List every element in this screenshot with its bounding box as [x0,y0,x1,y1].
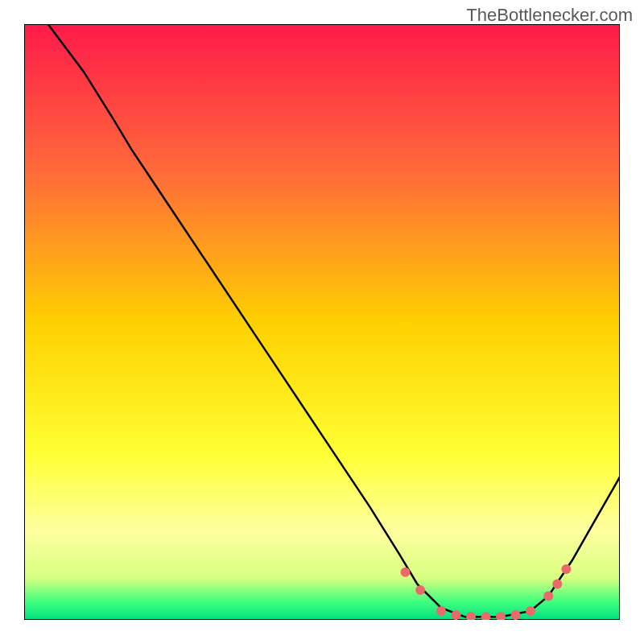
chart-area [24,24,620,620]
data-marker [561,564,571,574]
data-marker [526,606,535,616]
data-marker [511,610,521,620]
chart-svg [24,24,620,620]
watermark-text: TheBottlenecker.com [466,5,633,26]
data-marker [543,591,553,601]
data-marker [552,580,562,589]
data-marker [415,585,425,595]
data-marker [436,606,446,616]
data-marker [452,610,461,620]
chart-background [24,24,620,620]
data-marker [401,568,411,577]
